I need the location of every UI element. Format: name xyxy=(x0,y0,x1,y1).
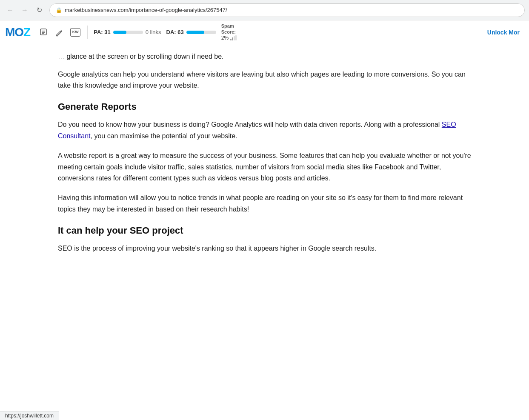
pa-bar xyxy=(113,31,127,34)
search-icon xyxy=(40,28,48,37)
spam-value: 2% xyxy=(221,35,237,41)
spam-section: Spam Score: 2% xyxy=(221,23,237,40)
heading-generate-reports: Generate Reports xyxy=(58,101,471,112)
intro-text: glance at the screen or by scrolling dow… xyxy=(66,53,223,60)
back-button[interactable]: ← xyxy=(4,4,16,16)
moz-logo[interactable]: MOZ xyxy=(5,26,30,39)
spam-percent: 2% xyxy=(221,35,229,41)
spam-label-line1: Spam xyxy=(221,23,234,29)
forward-button[interactable]: → xyxy=(19,4,31,16)
svg-rect-0 xyxy=(40,29,46,35)
edit-icon xyxy=(55,28,63,37)
da-label: DA: 63 xyxy=(166,29,184,35)
paragraph-3: A website report is a great way to measu… xyxy=(58,150,471,184)
address-bar[interactable]: 🔒 marketbusinessnews.com/importance-of-g… xyxy=(49,3,525,17)
para2-prefix: Do you need to know how your business is… xyxy=(58,121,442,128)
status-bar: https://joshwillett.com xyxy=(0,411,59,420)
refresh-button[interactable]: ↻ xyxy=(33,4,45,16)
da-bar-container xyxy=(186,31,216,34)
moz-toolbar: MOZ KW PA: 31 0 links DA: 63 xyxy=(0,20,529,44)
pa-links: 0 links xyxy=(146,29,161,35)
signal-bar-1 xyxy=(230,39,232,40)
signal-bar-3 xyxy=(234,36,235,40)
status-url: https://joshwillett.com xyxy=(5,413,54,419)
moz-search-button[interactable] xyxy=(36,26,51,39)
moz-edit-button[interactable] xyxy=(51,26,67,39)
heading-seo-project: It can help your SEO project xyxy=(58,225,471,236)
signal-bars xyxy=(230,35,237,40)
paragraph-1: Google analytics can help you understand… xyxy=(58,69,471,91)
signal-bar-2 xyxy=(232,37,233,40)
da-bar xyxy=(186,31,204,34)
lock-icon: 🔒 xyxy=(56,7,62,13)
address-text: marketbusinessnews.com/importance-of-goo… xyxy=(65,7,227,13)
signal-bar-4 xyxy=(235,35,237,40)
page-content: … glance at the screen or by scrolling d… xyxy=(0,44,529,420)
spam-label-line2: Score: xyxy=(221,29,236,35)
kw-icon-label: KW xyxy=(72,30,79,34)
pa-metric: PA: 31 0 links xyxy=(94,29,161,35)
nav-buttons: ← → ↻ xyxy=(4,4,45,16)
para2-suffix: , you can maximise the potential of your… xyxy=(91,132,237,140)
moz-kw-button[interactable]: KW xyxy=(67,26,84,39)
pa-label: PA: 31 xyxy=(94,29,111,35)
paragraph-5: SEO is the process of improving your web… xyxy=(58,243,471,254)
browser-chrome: ← → ↻ 🔒 marketbusinessnews.com/importanc… xyxy=(0,0,529,20)
toolbar-divider xyxy=(87,26,88,39)
paragraph-4: Having this information will allow you t… xyxy=(58,192,471,215)
da-metric: DA: 63 xyxy=(166,29,216,35)
pa-bar-container xyxy=(113,31,143,34)
intro-paragraph: … glance at the screen or by scrolling d… xyxy=(58,44,471,69)
paragraph-2: Do you need to know how your business is… xyxy=(58,119,471,142)
unlock-more-button[interactable]: Unlock Mor xyxy=(483,26,524,38)
